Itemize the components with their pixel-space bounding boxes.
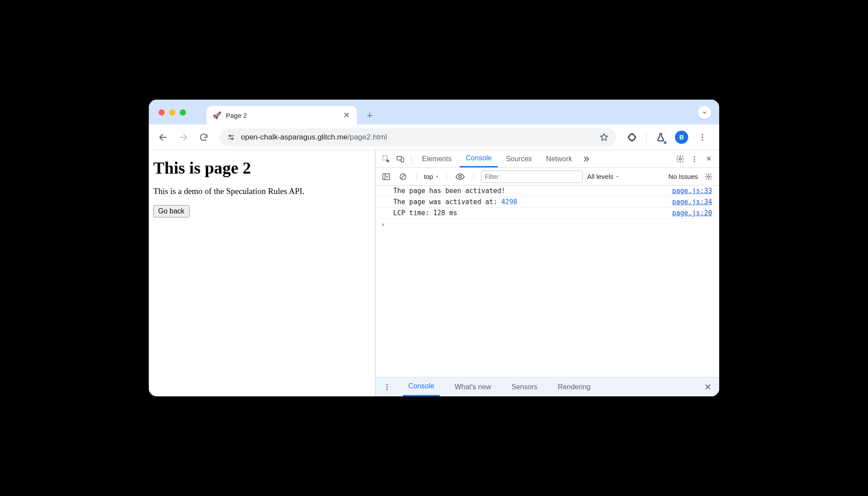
console-log-row: The page was activated at: 4298 page.js:… [376,197,719,208]
experiments-icon[interactable] [653,129,669,145]
tab-console[interactable]: Console [460,150,498,167]
go-back-button[interactable]: Go back [153,205,190,217]
tab-network[interactable]: Network [540,150,578,167]
svg-point-14 [459,175,461,178]
tab-search-button[interactable] [698,106,711,119]
forward-button[interactable] [175,129,191,145]
svg-point-16 [387,384,388,385]
page-heading: This is page 2 [153,158,371,178]
svg-point-15 [708,175,710,178]
console-toolbar: top All levels No Issues [376,168,719,186]
chevron-down-icon [701,109,708,116]
address-bar[interactable]: open-chalk-asparagus.glitch.me/page2.htm… [220,128,616,146]
chevron-down-icon [615,174,620,179]
log-source-link[interactable]: page.js:20 [672,209,712,217]
back-button[interactable] [155,129,171,145]
browser-window: 🚀 Page 2 ✕ ＋ open-chalk-asparagus.glitch… [149,100,719,396]
extensions-icon[interactable] [624,129,640,145]
close-window-button[interactable] [159,109,165,116]
window-controls [159,109,186,116]
svg-point-11 [694,160,695,162]
devtools-panel: Elements Console Sources Network ✕ [376,150,719,396]
svg-point-17 [387,386,388,388]
tab-title: Page 2 [226,112,247,119]
svg-point-4 [701,139,703,140]
filter-input[interactable] [481,170,583,183]
new-tab-button[interactable]: ＋ [362,108,377,123]
log-source-link[interactable]: page.js:34 [672,198,712,206]
console-log-row: LCP time: 128 ms page.js:20 [376,208,719,219]
log-message: The page has been activated! [393,187,505,195]
tab-strip: 🚀 Page 2 ✕ ＋ [149,100,719,124]
drawer-menu-icon[interactable] [381,381,393,393]
webpage: This is page 2 This is a demo of the Spe… [149,150,376,396]
log-source-link[interactable]: page.js:33 [672,187,712,195]
devtools-close-icon[interactable]: ✕ [702,153,715,165]
svg-rect-12 [383,174,390,179]
console-log-row: The page has been activated! page.js:33 [376,186,719,197]
console-output: The page has been activated! page.js:33 … [376,186,719,377]
page-paragraph: This is a demo of the Speculation Rules … [153,186,371,196]
live-expression-icon[interactable] [454,170,466,183]
clear-console-icon[interactable] [397,170,409,183]
issues-status[interactable]: No Issues [668,173,698,180]
profile-avatar[interactable]: B [675,131,688,144]
svg-point-9 [694,156,695,157]
drawer-tab-whatsnew[interactable]: What's new [450,377,496,396]
chevron-down-icon [435,174,439,179]
browser-toolbar: open-chalk-asparagus.glitch.me/page2.htm… [149,124,719,150]
url-text: open-chalk-asparagus.glitch.me/page2.htm… [241,133,387,142]
maximize-window-button[interactable] [180,109,186,116]
close-tab-icon[interactable]: ✕ [342,111,351,120]
separator [646,132,647,142]
svg-point-8 [679,158,682,160]
svg-rect-7 [401,158,404,162]
tab-favicon-icon: 🚀 [213,111,221,120]
more-tabs-icon[interactable] [580,153,593,165]
inspect-element-icon[interactable] [380,153,392,165]
reload-button[interactable] [196,129,212,145]
devtools-menu-icon[interactable] [688,153,701,165]
drawer-tab-rendering[interactable]: Rendering [553,377,596,396]
svg-point-3 [701,136,703,138]
drawer-close-icon[interactable]: ✕ [701,381,714,393]
minimize-window-button[interactable] [169,109,175,116]
drawer-tab-console[interactable]: Console [403,377,440,396]
svg-point-10 [694,158,695,159]
log-message: LCP time: 128 ms [393,209,457,217]
browser-tab[interactable]: 🚀 Page 2 ✕ [206,106,357,124]
site-controls-icon[interactable] [227,133,236,142]
chrome-menu-icon[interactable] [694,129,710,145]
devtools-tab-strip: Elements Console Sources Network ✕ [376,150,719,168]
drawer-tab-sensors[interactable]: Sensors [506,377,543,396]
tab-sources[interactable]: Sources [500,150,538,167]
svg-point-2 [701,134,703,135]
bookmark-star-icon[interactable] [599,132,609,142]
device-toggle-icon[interactable] [394,153,407,165]
context-selector[interactable]: top [424,173,439,180]
toggle-sidebar-icon[interactable] [380,170,392,183]
console-prompt[interactable]: › [376,219,719,230]
devtools-settings-icon[interactable] [674,153,686,165]
tab-elements[interactable]: Elements [416,150,458,167]
console-settings-icon[interactable] [702,170,715,183]
log-message: The page was activated at: 4298 [393,198,517,206]
log-levels-selector[interactable]: All levels [587,173,620,180]
content-area: This is page 2 This is a demo of the Spe… [149,150,719,396]
svg-point-18 [387,388,388,390]
toolbar-right: B [624,129,713,145]
devtools-drawer: Console What's new Sensors Rendering ✕ [376,377,719,396]
